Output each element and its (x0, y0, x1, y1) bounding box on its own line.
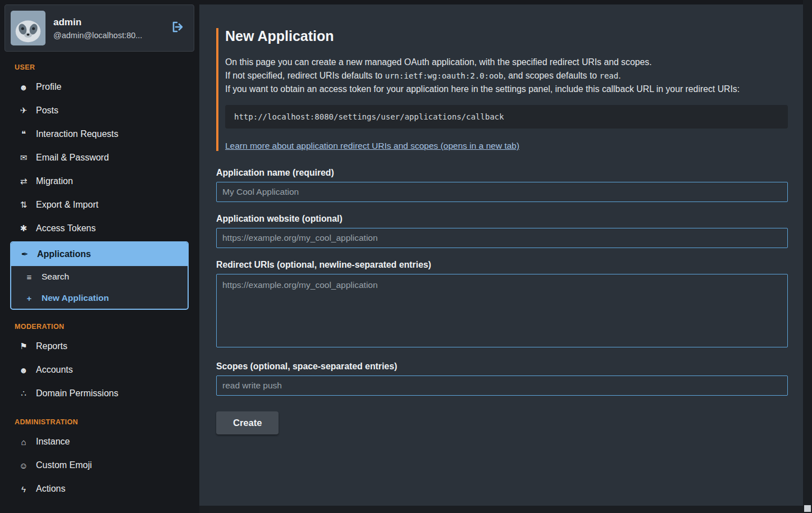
sidebar-item-label: Export & Import (36, 200, 98, 210)
scopes-label: Scopes (optional, space-separated entrie… (216, 361, 788, 372)
sidebar-item-label: Email & Password (36, 153, 109, 163)
flag-icon: ⚑ (17, 341, 30, 351)
sidebar-item-label: Domain Permissions (36, 388, 118, 399)
smiley-icon: ☺ (17, 461, 30, 470)
application-name-label: Application name (required) (216, 168, 788, 178)
intro-line-2: If not specified, redirect URIs defaults… (225, 69, 788, 83)
callback-url-code: http://localhost:8080/settings/user/appl… (225, 105, 788, 129)
sidebar-item-search[interactable]: ≡ Search (11, 266, 188, 287)
sidebar-item-applications[interactable]: ✒ Applications (11, 242, 188, 266)
application-name-input[interactable] (216, 182, 788, 202)
sidebar-item-accounts[interactable]: ☻ Accounts (10, 358, 189, 382)
sidebar-item-label: Actions (36, 484, 65, 494)
avatar (11, 11, 45, 45)
quill-icon: ✒ (18, 249, 31, 259)
sidebar-item-new-application[interactable]: + New Application (11, 287, 188, 309)
application-name-field: Application name (required) (216, 168, 788, 202)
section-label-administration: ADMINISTRATION (10, 413, 189, 430)
redirect-uris-field: Redirect URIs (optional, newline-separat… (216, 260, 788, 350)
sidebar-item-profile[interactable]: ☻ Profile (10, 75, 189, 99)
sidebar-item-label: Migration (36, 176, 73, 186)
create-button[interactable]: Create (216, 411, 279, 434)
speech-bubble-icon: ❝ (17, 129, 30, 139)
transfer-arrows-icon: ⇄ (17, 176, 30, 186)
list-icon: ≡ (22, 272, 36, 282)
network-icon: ∴ (17, 388, 30, 399)
sidebar-item-posts[interactable]: ✈ Posts (10, 99, 189, 122)
bolt-icon: ϟ (17, 484, 30, 494)
sidebar-item-label: Reports (36, 341, 67, 351)
sidebar-applications-group: ✒ Applications ≡ Search + New Applicatio… (10, 241, 189, 310)
sidebar-item-migration[interactable]: ⇄ Migration (10, 170, 189, 193)
intro-line-1: On this page you can create a new manage… (225, 56, 788, 69)
sidebar-item-reports[interactable]: ⚑ Reports (10, 335, 189, 358)
sidebar-item-label: Profile (36, 82, 61, 92)
plus-icon: + (22, 294, 36, 303)
sidebar-item-interaction-requests[interactable]: ❝ Interaction Requests (10, 122, 189, 146)
user-icon: ☻ (17, 83, 30, 92)
user-info: admin @admin@localhost:80... (53, 17, 163, 40)
sidebar-item-label: Instance (36, 437, 70, 447)
inline-code-read: read (599, 71, 618, 80)
sidebar-item-actions[interactable]: ϟ Actions (10, 477, 189, 501)
sidebar-item-label: Custom Emoji (36, 460, 92, 470)
intro-section: New Application On this page you can cre… (216, 28, 788, 151)
scopes-input[interactable] (216, 375, 788, 396)
redirect-uris-label: Redirect URIs (optional, newline-separat… (216, 260, 788, 270)
user-handle: @admin@localhost:80... (53, 31, 163, 40)
sidebar-item-custom-emoji[interactable]: ☺ Custom Emoji (10, 454, 189, 477)
token-icon: ✱ (17, 223, 30, 233)
redirect-uris-textarea[interactable] (216, 274, 788, 347)
scrollbar-thumb[interactable] (804, 505, 811, 512)
sidebar-item-label: New Application (42, 293, 109, 303)
vertical-scrollbar[interactable] (803, 0, 812, 513)
new-application-form: Application name (required) Application … (216, 168, 788, 434)
sidebar-item-label: Posts (36, 106, 58, 116)
user-card[interactable]: admin @admin@localhost:80... (4, 4, 194, 52)
sidebar-item-domain-permissions[interactable]: ∴ Domain Permissions (10, 382, 189, 405)
inline-code-oob: urn:ietf:wg:oauth:2.0:oob (385, 71, 503, 80)
intro-line-2-text: . (618, 71, 621, 80)
application-website-input[interactable] (216, 228, 788, 248)
sidebar-item-export-import[interactable]: ⇅ Export & Import (10, 193, 189, 217)
application-website-label: Application website (optional) (216, 214, 788, 224)
applications-submenu: ≡ Search + New Application (11, 266, 188, 309)
users-icon: ☻ (17, 365, 30, 375)
sidebar-item-label: Applications (37, 249, 91, 259)
sidebar-nav: USER ☻ Profile ✈ Posts ❝ Interaction Req… (10, 58, 189, 501)
user-name: admin (53, 17, 163, 28)
application-website-field: Application website (optional) (216, 214, 788, 248)
export-import-icon: ⇅ (17, 200, 30, 210)
paper-plane-icon: ✈ (17, 106, 30, 116)
section-label-moderation: MODERATION (10, 318, 189, 335)
sidebar-item-label: Interaction Requests (36, 129, 118, 139)
learn-more-link[interactable]: Learn more about application redirect UR… (225, 141, 519, 151)
sitemap-icon: ⌂ (17, 437, 30, 447)
section-label-user: USER (10, 58, 189, 75)
sidebar: admin @admin@localhost:80... USER ☻ Prof… (0, 0, 199, 513)
sidebar-item-label: Accounts (36, 365, 73, 375)
sidebar-item-email-password[interactable]: ✉ Email & Password (10, 146, 189, 170)
sidebar-item-label: Search (42, 272, 69, 282)
sidebar-item-access-tokens[interactable]: ✱ Access Tokens (10, 217, 189, 240)
horizontal-scrollbar[interactable] (199, 506, 803, 513)
main-panel: New Application On this page you can cre… (199, 4, 803, 506)
sidebar-item-instance[interactable]: ⌂ Instance (10, 430, 189, 454)
intro-line-2-text: If not specified, redirect URIs defaults… (225, 71, 385, 80)
intro-line-2-text: , and scopes defaults to (503, 71, 599, 80)
envelope-icon: ✉ (17, 153, 30, 163)
sidebar-item-label: Access Tokens (36, 223, 95, 233)
page-title: New Application (225, 28, 788, 44)
intro-line-3: If you want to obtain an access token fo… (225, 83, 788, 96)
scopes-field: Scopes (optional, space-separated entrie… (216, 361, 788, 396)
sign-out-icon[interactable] (171, 20, 186, 36)
